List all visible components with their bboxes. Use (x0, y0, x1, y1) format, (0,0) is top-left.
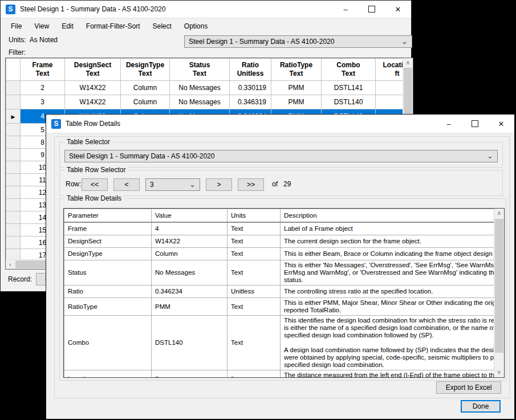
export-to-excel-button[interactable]: Export to Excel (436, 381, 501, 394)
row-selector-cell[interactable] (6, 81, 21, 95)
details-scroll-thumb[interactable] (495, 219, 503, 353)
cell-design-sect[interactable]: W14X22 (65, 81, 121, 95)
scroll-down-icon[interactable]: ˅ (494, 368, 504, 377)
column-header[interactable]: DesignSect Text (65, 59, 121, 81)
detail-description: This is either PMM, Major Shear, Minor S… (281, 297, 505, 315)
detail-description: The controlling stress ratio at the spec… (281, 285, 505, 297)
detail-units: Text (227, 260, 281, 285)
dialog-title-bar: S Table Row Details – ✕ (46, 115, 514, 133)
row-selector-cell[interactable] (6, 236, 21, 249)
table-select-value: Steel Design 1 - Summary Data - AS 4100-… (189, 38, 334, 46)
detail-value: 4 (152, 222, 227, 235)
column-name: DesignSect (66, 61, 120, 70)
scroll-up-icon[interactable]: ˄ (494, 209, 504, 218)
column-header[interactable]: Location ft (376, 59, 404, 81)
cell-combo[interactable]: DSTL141 (322, 81, 376, 95)
row-selector-cell[interactable] (6, 124, 21, 136)
row-selector-cell[interactable] (6, 199, 21, 211)
maximize-icon[interactable] (462, 115, 488, 133)
detail-description: Label of a Frame object (281, 222, 505, 235)
menu-item[interactable]: Options (178, 20, 214, 32)
table-row[interactable]: 3 W14X22 Column No Messages 0.346319 PMM… (6, 95, 404, 109)
cell-ratio-type[interactable]: PMM (271, 95, 322, 109)
first-row-button[interactable]: << (82, 178, 108, 191)
menu-bar: File View Edit Format-Filter-Sort Select… (1, 18, 411, 34)
maximize-icon[interactable] (359, 1, 385, 18)
row-selector-cell[interactable] (6, 249, 21, 260)
column-header[interactable]: RatioType Text (271, 59, 322, 81)
row-selector-label: Table Row Selector (64, 166, 128, 174)
row-selector-cell[interactable] (6, 109, 21, 124)
row-number-dropdown[interactable]: 3 ⌄ (145, 178, 200, 191)
scroll-up-icon[interactable]: ˄ (403, 58, 413, 67)
row-selector-cell[interactable] (6, 186, 21, 199)
minimize-icon[interactable]: – (332, 1, 359, 18)
last-row-button[interactable]: >> (238, 178, 264, 191)
table-selector-group: Table Selector Steel Design 1 - Summary … (59, 142, 503, 168)
scroll-left-icon[interactable]: ‹ (6, 260, 15, 269)
column-name: Frame (21, 61, 64, 70)
cell-location[interactable]: 8 (376, 81, 404, 95)
menu-item[interactable]: Format-Filter-Sort (80, 20, 147, 32)
detail-value: No Messages (152, 260, 227, 285)
filter-row: Filter: (9, 48, 26, 56)
table-row[interactable]: 2 W14X22 Column No Messages 0.330119 PMM… (6, 81, 404, 95)
cell-status[interactable]: No Messages (170, 95, 230, 109)
detail-parameter: Status (64, 260, 152, 285)
column-header[interactable]: Frame Text (21, 59, 65, 81)
cell-ratio[interactable]: 0.330119 (230, 81, 271, 95)
row-selector-cell[interactable] (6, 95, 21, 109)
app-icon: S (6, 5, 15, 14)
row-selector-cell[interactable] (6, 136, 21, 149)
record-label: Record: (8, 275, 32, 283)
cell-design-type[interactable]: Column (121, 81, 170, 95)
menu-item[interactable]: File (5, 20, 28, 32)
previous-row-button[interactable]: < (113, 178, 140, 191)
cell-status[interactable]: No Messages (170, 81, 230, 95)
minimize-icon[interactable]: – (436, 115, 462, 133)
close-icon[interactable]: ✕ (385, 1, 411, 18)
app-icon: S (51, 119, 61, 129)
detail-row: Ratio 0.346234 Unitless The controlling … (64, 285, 505, 297)
table-select-dropdown[interactable]: Steel Design 1 - Summary Data - AS 4100-… (184, 35, 412, 48)
detail-row: Frame 4 Text Label of a Frame object (64, 222, 505, 235)
filter-label: Filter: (9, 48, 26, 56)
cell-location[interactable]: 8 (376, 95, 404, 109)
done-button[interactable]: Done (461, 400, 501, 413)
column-unit: Text (170, 70, 229, 78)
cell-combo[interactable]: DSTL140 (322, 95, 376, 109)
row-selector-cell[interactable] (6, 161, 21, 174)
info-bar: Units:As Noted Filter: Steel Design 1 - … (1, 34, 411, 59)
of-label: of (272, 180, 278, 188)
cell-ratio[interactable]: 0.346319 (230, 95, 271, 109)
detail-description: The current design section for the frame… (281, 235, 505, 247)
dialog-table-dropdown[interactable]: Steel Design 1 - Summary Data - AS 4100-… (64, 150, 498, 162)
row-selector-cell[interactable] (6, 224, 21, 236)
cell-design-sect[interactable]: W14X22 (65, 95, 121, 109)
cell-frame[interactable]: 2 (21, 81, 65, 95)
column-header[interactable]: Ratio Unitless (230, 59, 271, 81)
cell-ratio-type[interactable]: PMM (271, 81, 322, 95)
main-title-bar: S Steel Design 1 - Summary Data - AS 410… (1, 1, 411, 18)
row-selector-cell[interactable] (6, 174, 21, 186)
detail-row: DesignType Column Text This is either Be… (64, 247, 505, 260)
next-row-button[interactable]: > (206, 178, 232, 191)
close-icon[interactable]: ✕ (488, 115, 514, 133)
cell-frame[interactable]: 3 (21, 95, 65, 109)
detail-units: Text (227, 235, 281, 247)
menu-item[interactable]: View (28, 20, 55, 32)
details-vertical-scrollbar[interactable]: ˄ ˅ (494, 209, 504, 377)
column-header[interactable]: Status Text (170, 59, 230, 81)
row-selector-cell[interactable] (6, 211, 21, 224)
row-selector-cell[interactable] (6, 149, 21, 161)
column-header[interactable]: Combo Text (322, 59, 376, 81)
menu-item[interactable]: Select (147, 20, 178, 32)
row-label: Row: (66, 180, 81, 188)
cell-design-type[interactable]: Column (121, 95, 170, 109)
detail-description: This identifies the design load combinat… (281, 315, 505, 370)
column-header[interactable]: DesignType Text (121, 59, 170, 81)
row-number-value: 3 (150, 181, 154, 189)
table-row-details-dialog: S Table Row Details – ✕ Table Selector S… (46, 114, 515, 419)
detail-parameter: DesignType (64, 247, 152, 260)
menu-item[interactable]: Edit (55, 20, 80, 32)
